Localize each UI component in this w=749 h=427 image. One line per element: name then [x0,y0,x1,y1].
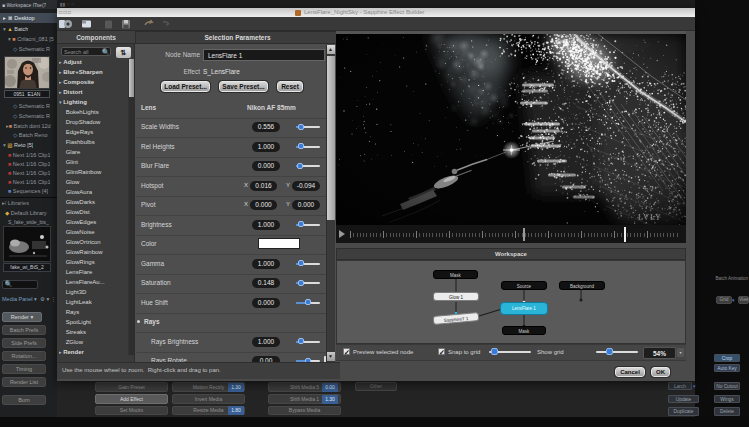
svg-text:LVLY: LVLY [638,213,662,222]
